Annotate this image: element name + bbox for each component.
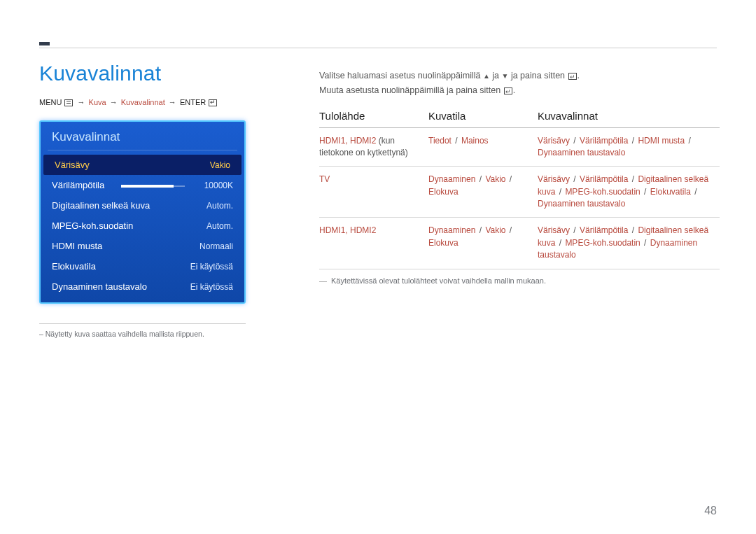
osd-menu-label: Dynaaminen taustavalo (52, 281, 147, 292)
page-number: 48 (704, 505, 717, 517)
option-value: Mainos (461, 136, 489, 146)
slider-fill (121, 185, 174, 188)
osd-menu-value: Autom. (206, 201, 233, 211)
option-value: , (345, 136, 350, 146)
option-text: / (477, 225, 484, 235)
osd-menu-label: HDMI musta (52, 241, 102, 251)
breadcrumb: MENU → Kuva → Kuvavalinnat → ENTER (39, 98, 270, 106)
osd-menu-value: Autom. (206, 221, 233, 231)
enter-icon (504, 87, 512, 94)
osd-panel-title: Kuvavalinnat (41, 122, 244, 150)
table-row: TVDynaaminen / Vakio / ElokuvaVärisävy /… (319, 167, 720, 218)
osd-menu-label: Elokuvatila (52, 261, 96, 272)
instr-frag: ja paina sitten (508, 71, 567, 80)
up-arrow-icon: ▲ (483, 70, 490, 82)
breadcrumb-pre: MENU (39, 98, 62, 106)
osd-menu-value: Ei käytössä (190, 282, 233, 292)
option-text: / (556, 238, 564, 248)
option-value: Elokuvatila (650, 187, 691, 197)
breadcrumb-part-1: Kuvavalinnat (121, 98, 165, 106)
option-value: Elokuva (428, 187, 458, 197)
osd-menu-item[interactable]: Dynaaminen taustavaloEi käytössä (41, 276, 244, 297)
option-text: / (629, 136, 636, 146)
option-value: , (345, 225, 350, 235)
option-value: MPEG-koh.suodatin (565, 187, 640, 197)
option-value: Värisävy (538, 174, 570, 184)
dash-icon: ― (319, 276, 327, 285)
col-header-options: Kuvavalinnat (538, 110, 720, 128)
option-text: / (642, 187, 649, 197)
settings-table: Tulolähde Kuvatila Kuvavalinnat HDMI1, H… (319, 110, 720, 269)
option-value: Dynaaminen taustavalo (538, 148, 625, 157)
breadcrumb-post: ENTER (180, 98, 206, 106)
osd-menu-item[interactable]: MPEG-koh.suodatinAutom. (41, 216, 244, 236)
table-cell: HDMI1, HDMI2 (319, 218, 428, 269)
header-accent-bar (39, 42, 50, 45)
option-value: MPEG-koh.suodatin (565, 238, 640, 248)
option-value: HDMI1 (319, 225, 345, 235)
option-value: Värisävy (538, 225, 570, 235)
option-value: Elokuva (428, 238, 458, 248)
instr-frag: Valitse haluamasi asetus nuolinäppäimill… (319, 71, 483, 80)
option-value: Värilämpötila (580, 225, 628, 235)
table-cell: TV (319, 167, 428, 218)
table-cell: Värisävy / Värilämpötila / Digitaalinen … (538, 218, 720, 269)
option-text: / (686, 136, 691, 146)
option-text: / (629, 225, 636, 235)
option-value: Värisävy (538, 136, 570, 146)
header-divider (39, 48, 717, 48)
osd-menu-label: Digitaalinen selkeä kuva (52, 200, 150, 211)
option-value: HDMI musta (638, 136, 685, 146)
option-value: HDMI1 (319, 136, 345, 146)
osd-menu-value: Ei käytössä (190, 262, 233, 272)
option-text: / (571, 136, 578, 146)
option-value: HDMI2 (350, 136, 376, 146)
osd-menu-item[interactable]: ElokuvatilaEi käytössä (41, 256, 244, 276)
osd-menu-item[interactable]: VärisävyVakio (43, 155, 241, 175)
osd-menu-item[interactable]: HDMI mustaNormaali (41, 236, 244, 256)
option-text: / (556, 187, 564, 197)
option-value: Dynaaminen taustavalo (538, 199, 625, 209)
menu-icon (64, 99, 73, 106)
option-value: Dynaaminen (428, 225, 475, 235)
osd-menu-label: MPEG-koh.suodatin (52, 220, 133, 231)
table-row: HDMI1, HDMI2Dynaaminen / Vakio / Elokuva… (319, 218, 720, 269)
option-value: Vakio (485, 174, 505, 184)
osd-menu-value: 10000K (194, 181, 233, 190)
table-cell: Dynaaminen / Vakio / Elokuva (428, 218, 538, 269)
breadcrumb-part-0: Kuva (89, 98, 106, 106)
option-text: / (692, 187, 697, 197)
left-note-divider (39, 323, 246, 324)
col-header-mode: Kuvatila (428, 110, 538, 128)
osd-menu-item[interactable]: Digitaalinen selkeä kuvaAutom. (41, 195, 244, 216)
slider-track[interactable] (121, 185, 185, 187)
left-note: – Näytetty kuva saattaa vaihdella mallis… (39, 330, 270, 338)
instr-frag: Muuta asetusta nuolinäppäimillä ja paina… (319, 85, 503, 95)
option-text: / (453, 136, 460, 146)
foot-note-text: Käytettävissä olevat tulolähteet voivat … (331, 276, 546, 285)
table-row: HDMI1, HDMI2 (kun tietokone on kytkettyn… (319, 127, 720, 167)
table-cell: Värisävy / Värilämpötila / HDMI musta / … (538, 127, 720, 167)
table-cell: Värisävy / Värilämpötila / Digitaalinen … (538, 167, 720, 218)
enter-icon (568, 73, 577, 80)
option-value: Vakio (485, 225, 505, 235)
option-value: Dynaaminen (428, 174, 475, 184)
option-value: Tiedot (428, 136, 451, 146)
option-text: / (507, 174, 512, 184)
option-text: / (629, 174, 636, 184)
enter-icon (209, 99, 217, 106)
option-value: HDMI2 (350, 225, 376, 235)
option-text: / (507, 225, 512, 235)
table-cell: Tiedot / Mainos (428, 127, 538, 167)
col-header-source: Tulolähde (319, 110, 428, 128)
down-arrow-icon: ▼ (502, 70, 509, 82)
option-text: / (571, 225, 578, 235)
osd-menu-value: Normaali (200, 241, 233, 251)
instruction-text: Valitse haluamasi asetus nuolinäppäimill… (319, 69, 720, 99)
option-text: / (571, 174, 578, 184)
osd-menu-item[interactable]: Värilämpötila10000K (41, 175, 244, 195)
table-cell: HDMI1, HDMI2 (kun tietokone on kytkettyn… (319, 127, 428, 167)
option-value: Värilämpötila (580, 136, 628, 146)
option-value: TV (319, 174, 330, 184)
table-cell: Dynaaminen / Vakio / Elokuva (428, 167, 538, 218)
